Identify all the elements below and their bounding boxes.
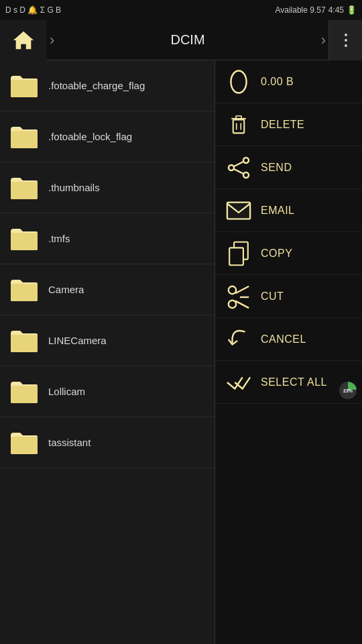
page-title: DCIM (57, 32, 318, 48)
svg-rect-13 (229, 248, 243, 265)
delete-menu-item[interactable]: DELETE (215, 103, 362, 146)
list-item[interactable]: Lollicam (0, 366, 215, 417)
cut-icon (223, 281, 254, 312)
size-oval-icon (226, 69, 251, 95)
select-all-label: SELECT ALL (261, 376, 327, 388)
three-dots-icon (345, 34, 347, 47)
send-label: SEND (261, 162, 292, 174)
size-icon (223, 66, 254, 97)
breadcrumb-chevron: › (47, 32, 57, 49)
size-menu-item: 0.00 B (215, 60, 362, 103)
list-item[interactable]: .thumbnails (0, 162, 215, 213)
status-left: D s D 🔔 Σ G B (5, 5, 61, 15)
home-icon (12, 29, 35, 52)
file-name: .tmfs (48, 233, 70, 244)
progress-badge: 23% (339, 382, 357, 399)
file-name: .fotoable_lock_flag (48, 131, 132, 142)
more-options-button[interactable] (328, 20, 362, 60)
list-item[interactable]: .fotoable_charge_flag (0, 60, 215, 111)
list-item[interactable]: LINECamera (0, 315, 215, 366)
file-name: .fotoable_charge_flag (48, 80, 145, 91)
svg-point-7 (243, 158, 249, 163)
file-list: .fotoable_charge_flag .fotoable_lock_fla… (0, 60, 215, 644)
battery-icon: 🔋 (347, 5, 357, 15)
select-all-menu-item[interactable]: SELECT ALL 23% (215, 361, 362, 404)
list-item[interactable]: .tmfs (0, 213, 215, 264)
email-label: EMAIL (261, 205, 295, 217)
cancel-icon (223, 324, 254, 355)
svg-rect-1 (233, 119, 245, 133)
svg-line-9 (234, 162, 243, 166)
copy-icon (223, 238, 254, 269)
delete-icon (223, 109, 254, 140)
cut-scissors-icon (226, 284, 251, 309)
select-all-icon (223, 367, 254, 398)
delete-label: DELETE (261, 119, 304, 131)
email-envelope-icon (226, 198, 251, 223)
file-name: Lollicam (48, 386, 85, 397)
cancel-label: CANCEL (261, 333, 306, 345)
cut-label: CUT (261, 290, 284, 303)
folder-icon (9, 379, 39, 405)
send-menu-item[interactable]: SEND (215, 146, 362, 189)
svg-point-14 (229, 300, 236, 307)
folder-icon (9, 430, 39, 455)
file-name: tassistant (48, 437, 90, 448)
home-button[interactable] (0, 20, 47, 60)
svg-rect-3 (236, 115, 241, 118)
folder-icon (9, 175, 39, 201)
header: › DCIM › (0, 20, 362, 60)
cancel-menu-item[interactable]: CANCEL (215, 318, 362, 361)
folder-icon (9, 124, 39, 150)
select-all-check-icon (226, 370, 251, 395)
file-name: LINECamera (48, 335, 107, 346)
delete-trash-icon (226, 112, 251, 138)
size-label: 0.00 B (261, 76, 294, 88)
svg-rect-11 (227, 202, 250, 219)
svg-point-15 (229, 286, 236, 293)
file-name: Camera (48, 284, 84, 295)
list-item[interactable]: Camera (0, 264, 215, 315)
clock: 4:45 (328, 5, 344, 15)
file-name: .thumbnails (48, 182, 100, 193)
svg-point-8 (243, 172, 249, 178)
svg-point-6 (229, 165, 234, 170)
copy-menu-item[interactable]: COPY (215, 232, 362, 275)
svg-point-0 (231, 70, 246, 93)
svg-line-17 (235, 301, 249, 307)
status-right: Available 9.57 4:45 🔋 (275, 5, 357, 15)
progress-label: 23% (343, 388, 353, 393)
svg-line-10 (234, 169, 243, 174)
folder-icon (9, 328, 39, 354)
available-storage: Available 9.57 (275, 5, 325, 15)
svg-line-16 (235, 286, 249, 292)
list-item[interactable]: .fotoable_lock_flag (0, 111, 215, 162)
cancel-undo-icon (226, 327, 251, 352)
folder-icon (9, 226, 39, 252)
folder-icon (9, 277, 39, 303)
breadcrumb-chevron-right: › (318, 32, 328, 49)
copy-pages-icon (226, 241, 251, 266)
context-menu: 0.00 B DELETE (215, 60, 362, 644)
cut-menu-item[interactable]: CUT (215, 275, 362, 318)
list-item[interactable]: tassistant (0, 417, 215, 468)
email-menu-item[interactable]: EMAIL (215, 189, 362, 232)
copy-label: COPY (261, 248, 292, 260)
email-icon (223, 195, 254, 226)
folder-icon (9, 73, 39, 99)
main-content: .fotoable_charge_flag .fotoable_lock_fla… (0, 60, 362, 644)
status-bar: D s D 🔔 Σ G B Available 9.57 4:45 🔋 (0, 0, 362, 20)
send-icon (223, 152, 254, 183)
send-share-icon (226, 155, 251, 180)
status-icons: D s D 🔔 Σ G B (5, 5, 61, 15)
